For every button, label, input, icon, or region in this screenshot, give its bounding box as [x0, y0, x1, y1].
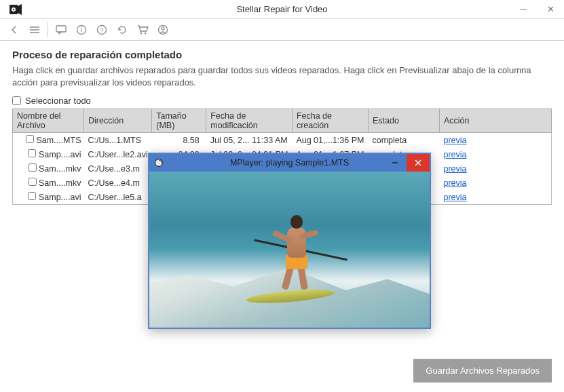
mplayer-window[interactable]: MPlayer: playing Sample1.MTS: [148, 153, 431, 329]
table-row[interactable]: Sam....MTSC:/Us...1.MTS8.58Jul 05, 2... …: [13, 133, 552, 148]
row-checkbox-cell: Samp....avi: [13, 190, 84, 205]
table-header-row: Nombre del Archivo Dirección Tamaño (MB)…: [13, 109, 552, 133]
svg-text:?: ?: [100, 26, 103, 33]
user-icon[interactable]: [154, 21, 172, 39]
col-modified[interactable]: Fecha de modificación: [206, 109, 293, 133]
preview-link[interactable]: previa: [443, 150, 466, 159]
col-action[interactable]: Acción: [439, 109, 551, 133]
svg-point-2: [13, 8, 14, 9]
preview-link[interactable]: previa: [443, 136, 466, 145]
row-filename: Samp....avi: [39, 193, 81, 202]
menu-icon[interactable]: [26, 21, 43, 39]
mplayer-icon: [152, 156, 166, 170]
col-created[interactable]: Fecha de creación: [292, 109, 368, 133]
row-checkbox[interactable]: [29, 178, 37, 186]
preview-link[interactable]: previa: [443, 193, 466, 202]
svg-point-14: [162, 27, 164, 30]
info-icon[interactable]: i: [73, 21, 90, 39]
row-dir: C:/Use...e3.m: [84, 161, 152, 176]
row-modified: Jul 05, 2... 11:33 AM: [206, 133, 293, 148]
row-dir: C:/User...le5.a: [84, 190, 152, 205]
row-action: previa: [439, 161, 551, 176]
mplayer-title: MPlayer: playing Sample1.MTS: [230, 158, 349, 168]
mplayer-close-button[interactable]: [407, 154, 430, 172]
svg-text:i: i: [81, 26, 82, 34]
svg-point-11: [140, 32, 143, 34]
col-direction[interactable]: Dirección: [84, 109, 152, 133]
minimize-button[interactable]: ─: [510, 0, 537, 19]
window-controls: ─ ✕: [510, 0, 564, 19]
svg-rect-6: [56, 26, 66, 32]
row-checkbox-cell: Samp....avi: [13, 147, 84, 161]
app-logo-icon: [7, 2, 24, 17]
refresh-icon[interactable]: [113, 21, 131, 39]
row-checkbox[interactable]: [29, 163, 37, 172]
row-checkbox[interactable]: [28, 149, 36, 157]
col-size[interactable]: Tamaño (MB): [152, 109, 206, 133]
preview-link[interactable]: previa: [443, 178, 466, 188]
page-heading: Proceso de reparación completado: [12, 49, 552, 60]
row-status: completa: [368, 133, 439, 148]
row-checkbox-cell: Sam....mkv: [13, 161, 84, 176]
row-dir: C:/User...le2.avi: [84, 147, 152, 161]
row-action: previa: [439, 133, 551, 148]
row-checkbox[interactable]: [28, 192, 36, 200]
footer: Guardar Archivos Reparados: [413, 359, 552, 383]
mplayer-titlebar[interactable]: MPlayer: playing Sample1.MTS: [149, 154, 430, 172]
mplayer-video-area[interactable]: [149, 172, 430, 328]
cart-icon[interactable]: [134, 21, 151, 39]
col-status[interactable]: Estado: [368, 109, 439, 133]
page-description: Haga click en guardar archivos reparados…: [12, 64, 552, 89]
video-surfer: [267, 215, 328, 296]
close-button[interactable]: ✕: [537, 0, 564, 19]
toolbar-separator: [48, 22, 48, 37]
select-all-label: Seleccionar todo: [25, 96, 91, 106]
row-dir: C:/Use...e4.m: [84, 176, 152, 190]
back-icon[interactable]: [5, 21, 23, 39]
row-checkbox-cell: Sam....MTS: [13, 133, 84, 148]
row-created: Aug 01,...1:36 PM: [292, 133, 368, 148]
toolbar: i ?: [0, 19, 564, 41]
row-dir: C:/Us...1.MTS: [84, 133, 152, 148]
row-filename: Sam....mkv: [39, 178, 81, 188]
row-action: previa: [439, 147, 551, 161]
mplayer-controls: [383, 154, 430, 172]
col-filename[interactable]: Nombre del Archivo: [13, 109, 84, 133]
row-filename: Samp....avi: [39, 150, 81, 159]
row-action: previa: [439, 190, 551, 205]
row-checkbox[interactable]: [26, 135, 34, 143]
row-filename: Sam....MTS: [37, 136, 81, 145]
save-repaired-button[interactable]: Guardar Archivos Reparados: [413, 359, 552, 383]
row-size: 8.58: [152, 133, 206, 148]
chat-icon[interactable]: [52, 21, 70, 39]
help-icon[interactable]: ?: [93, 21, 111, 39]
select-all-input[interactable]: [12, 96, 21, 105]
svg-point-12: [145, 32, 147, 34]
row-filename: Sam....mkv: [39, 164, 81, 174]
window-title: Stellar Repair for Video: [236, 4, 327, 14]
row-action: previa: [439, 176, 551, 190]
mplayer-minimize-button[interactable]: [383, 154, 407, 172]
select-all-checkbox[interactable]: Seleccionar todo: [12, 96, 552, 106]
titlebar: Stellar Repair for Video ─ ✕: [0, 0, 564, 19]
row-checkbox-cell: Sam....mkv: [13, 176, 84, 190]
preview-link[interactable]: previa: [443, 164, 466, 174]
